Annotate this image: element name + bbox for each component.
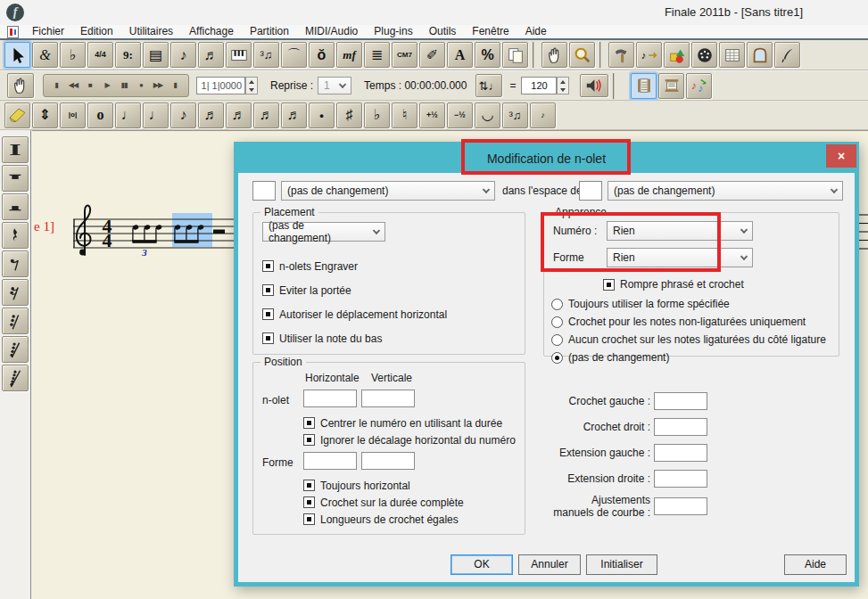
- top-right-dropdown[interactable]: (pas de changement): [608, 181, 843, 201]
- forme-specifiee-radio[interactable]: Toujours utiliser la forme spécifiée: [551, 295, 826, 313]
- zoom-tool[interactable]: [569, 42, 595, 68]
- page-view-button[interactable]: [658, 73, 684, 99]
- quarter-rest-tool[interactable]: [2, 222, 29, 249]
- checkbox-icon[interactable]: [262, 260, 274, 272]
- reprise-dropdown[interactable]: 1: [318, 77, 351, 94]
- crochet-gauche-field[interactable]: [654, 392, 707, 410]
- bass-clef-tool[interactable]: 9:: [115, 42, 141, 68]
- transport-rewind-button[interactable]: ◀◀: [65, 77, 81, 94]
- measure-tool[interactable]: ▤: [143, 42, 169, 68]
- nolet-horizontal-field[interactable]: [303, 390, 357, 407]
- quarter-note-tool[interactable]: ♩: [143, 103, 169, 128]
- checkbox-icon[interactable]: [262, 308, 274, 320]
- checkbox-icon[interactable]: [303, 434, 315, 446]
- forme-vertical-field[interactable]: [361, 452, 415, 470]
- score-staff[interactable]: 4 4 3: [32, 192, 234, 290]
- hammer-tool[interactable]: [608, 42, 634, 68]
- top-right-field[interactable]: [579, 181, 602, 201]
- ajustements-courbe-field[interactable]: [654, 497, 707, 515]
- crochet-droit-field[interactable]: [654, 418, 707, 436]
- lower-half-step-tool[interactable]: −½: [447, 103, 473, 128]
- forme-dropdown[interactable]: Rien: [607, 248, 753, 267]
- scroll-view-button[interactable]: [631, 73, 657, 99]
- numero-dropdown[interactable]: Rien: [607, 221, 753, 241]
- thirty-second-rest-tool[interactable]: [2, 308, 29, 334]
- natural-tool[interactable]: ♮: [392, 103, 417, 128]
- crochet-non-ligaturees-radio[interactable]: Crochet pour les notes non-ligaturées un…: [551, 313, 826, 331]
- checkbox-icon[interactable]: [262, 284, 274, 296]
- longueurs-egales-checkbox[interactable]: Longueurs de crochet égales: [303, 511, 464, 528]
- transport-end-button[interactable]: ▮: [167, 77, 183, 94]
- studio-view-button[interactable]: ♪♪: [686, 73, 712, 99]
- transport-start-button[interactable]: ▮: [48, 77, 64, 94]
- raise-half-step-tool[interactable]: +½: [419, 103, 445, 128]
- extension-droite-field[interactable]: [654, 470, 707, 488]
- eighth-note-tool[interactable]: ♪: [170, 103, 196, 128]
- menu-plug-ins[interactable]: Plug-ins: [366, 24, 420, 39]
- simple-note-entry-tool[interactable]: ♪: [170, 42, 196, 68]
- menu-fichier[interactable]: Fichier: [24, 24, 72, 39]
- checkbox-icon[interactable]: [262, 332, 274, 344]
- augmentation-dot-tool[interactable]: •: [309, 103, 335, 128]
- pitch-shift-tool[interactable]: ⇕: [32, 103, 58, 128]
- forme-horizontal-field[interactable]: [303, 452, 357, 470]
- speedy-entry-tool[interactable]: ♬: [198, 42, 224, 68]
- special-tools[interactable]: ✐: [419, 42, 445, 68]
- annuler-button[interactable]: Annuler: [518, 554, 581, 575]
- checkbox-icon[interactable]: [303, 480, 315, 491]
- tie-tool[interactable]: ◡: [475, 103, 500, 128]
- menu-utilitaires[interactable]: Utilitaires: [121, 24, 181, 39]
- hundred-twenty-eighth-rest-tool[interactable]: [2, 365, 29, 391]
- double-whole-note-tool[interactable]: |o|: [60, 103, 86, 128]
- transport-forward-button[interactable]: ▶▶: [150, 77, 166, 94]
- transport-play-button[interactable]: ▶: [99, 77, 115, 94]
- extension-gauche-field[interactable]: [654, 444, 707, 462]
- radio-icon[interactable]: [551, 352, 563, 364]
- toujours-horizontal-checkbox[interactable]: Toujours horizontal: [303, 477, 464, 494]
- eviter-portee-checkbox[interactable]: Eviter la portée: [262, 278, 447, 302]
- aide-button[interactable]: Aide: [784, 554, 847, 575]
- menu-affichage[interactable]: Affichage: [181, 24, 242, 39]
- smartshape-tool[interactable]: ⌒: [281, 42, 307, 68]
- note-du-bas-checkbox[interactable]: Utiliser la note du bas: [262, 326, 447, 350]
- centrer-numero-checkbox[interactable]: Centrer le numéro en utilisant la durée: [303, 414, 516, 431]
- sixty-fourth-note-tool[interactable]: ♬: [253, 103, 279, 128]
- close-icon[interactable]: ×: [826, 144, 856, 168]
- eighth-rest-tool[interactable]: [2, 250, 29, 277]
- radio-icon[interactable]: [551, 316, 563, 328]
- treble-clef-tool[interactable]: &: [32, 42, 58, 68]
- eraser-tool[interactable]: [4, 103, 30, 128]
- sixty-fourth-rest-tool[interactable]: [2, 336, 29, 363]
- whole-note-tool[interactable]: o: [87, 103, 113, 128]
- tuplet-tool[interactable]: ³♫: [253, 42, 279, 68]
- selection-tool[interactable]: [4, 42, 30, 68]
- page-layout-tool[interactable]: [502, 42, 528, 68]
- checkbox-icon[interactable]: [303, 417, 315, 429]
- key-signature-tool[interactable]: ♭: [60, 42, 86, 68]
- hundred-twenty-eighth-note-tool[interactable]: ♬: [281, 103, 307, 128]
- top-left-field[interactable]: [252, 181, 276, 201]
- sharp-tool[interactable]: ♯: [336, 103, 362, 128]
- menu-outils[interactable]: Outils: [421, 24, 465, 39]
- checkbox-icon[interactable]: [303, 496, 315, 508]
- tempo-note-button[interactable]: ⇅♩: [475, 74, 502, 97]
- checkbox-icon[interactable]: [303, 513, 315, 525]
- transport-record-button[interactable]: ●: [133, 77, 149, 94]
- menu-edition[interactable]: Edition: [72, 24, 121, 39]
- menu-fenetre[interactable]: Fenêtre: [464, 24, 517, 39]
- engraver-tool[interactable]: [774, 42, 800, 68]
- text-tool[interactable]: A: [447, 42, 473, 68]
- ok-button[interactable]: OK: [451, 554, 513, 575]
- menu-midi-audio[interactable]: MIDI/Audio: [297, 24, 366, 39]
- whole-rest-tool[interactable]: [2, 165, 29, 192]
- placement-dropdown[interactable]: (pas de changement): [262, 222, 385, 242]
- thirty-second-note-tool[interactable]: ♬: [226, 103, 252, 128]
- chord-tool[interactable]: CM7: [392, 42, 417, 68]
- tuplet-entry-tool[interactable]: ³♫: [502, 103, 528, 128]
- crochet-duree-checkbox[interactable]: Crochet sur la durée complète: [303, 494, 464, 511]
- half-rest[interactable]: [213, 230, 225, 234]
- tempo-spinner[interactable]: [557, 77, 569, 94]
- transport-pause-button[interactable]: ▮▮: [116, 77, 132, 94]
- lyrics-tool[interactable]: ≣: [364, 42, 390, 68]
- sixteenth-rest-tool[interactable]: [2, 279, 29, 306]
